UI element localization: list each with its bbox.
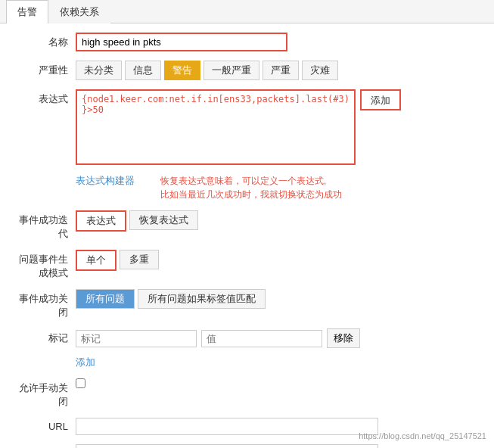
tag-row: 标记 移除 添加 (15, 328, 479, 369)
watermark: https://blog.csdn.net/qq_25147521 (359, 431, 486, 440)
mode-btn-expr[interactable]: 表达式 (76, 210, 126, 232)
desc-textarea[interactable] (76, 444, 378, 448)
tag-label: 标记 (15, 328, 76, 345)
severity-content: 未分类 信息 警告 一般严重 严重 灾难 (76, 61, 479, 80)
tag-add-link[interactable]: 添加 (76, 356, 95, 369)
tooltip-block: 恢复表达式意味着，可以定义一个表达式, 比如当最近几次成功时，我就切换状态为成功 (153, 174, 342, 201)
manual-close-content (76, 378, 479, 388)
tooltip-line2: 比如当最近几次成功时，我就切换状态为成功 (160, 188, 342, 201)
close-content: 所有问题 所有问题如果标签值匹配 (76, 289, 479, 309)
expr-builder-content: 表达式构建器 恢复表达式意味着，可以定义一个表达式, 比如当最近几次成功时，我就… (76, 174, 479, 201)
close-btn-match[interactable]: 所有问题如果标签值匹配 (138, 289, 266, 309)
tab-alert[interactable]: 告警 (6, 0, 48, 23)
severity-btn-info[interactable]: 信息 (125, 61, 161, 80)
severity-btn-warning[interactable]: 警告 (164, 61, 200, 80)
expr-row: 表达式 {node1.keer.com:net.if.in[ens33,pack… (15, 89, 479, 165)
tag-content: 移除 添加 (76, 328, 479, 369)
manual-close-row: 允许手动关闭 (15, 378, 479, 409)
expr-builder-spacer (15, 174, 76, 177)
problem-mode-row: 问题事件生成模式 单个 多重 (15, 250, 479, 280)
desc-label: 描述 (15, 444, 76, 448)
tag-value-input[interactable] (201, 330, 322, 347)
tab-bar: 告警 依赖关系 (0, 0, 494, 23)
remove-tag-button[interactable]: 移除 (327, 328, 360, 348)
success-mode-label: 事件成功迭代 (15, 210, 76, 241)
name-label: 名称 (15, 33, 76, 49)
expr-container: {node1.keer.com:net.if.in[ens33,packets]… (76, 89, 401, 165)
url-label: URL (15, 418, 76, 432)
success-mode-content: 表达式 恢复表达式 (76, 210, 479, 232)
severity-btn-average[interactable]: 一般严重 (204, 61, 259, 80)
desc-content (76, 444, 479, 448)
severity-label: 严重性 (15, 61, 76, 77)
expr-label: 表达式 (15, 89, 76, 106)
name-row: 名称 (15, 33, 479, 51)
close-btn-all[interactable]: 所有问题 (76, 289, 135, 309)
success-mode-row: 事件成功迭代 表达式 恢复表达式 (15, 210, 479, 241)
severity-btn-unclassified[interactable]: 未分类 (76, 61, 122, 80)
severity-btn-disaster[interactable]: 灾难 (302, 61, 338, 80)
tab-dependency[interactable]: 依赖关系 (48, 0, 110, 23)
name-content (76, 33, 479, 51)
url-input[interactable] (76, 418, 378, 435)
expr-builder-link[interactable]: 表达式构建器 (76, 174, 135, 188)
problem-mode-btn-multiple[interactable]: 多重 (120, 250, 159, 269)
manual-close-label: 允许手动关闭 (15, 378, 76, 409)
expr-builder-row: 表达式构建器 恢复表达式意味着，可以定义一个表达式, 比如当最近几次成功时，我就… (15, 174, 479, 201)
tooltip-line1: 恢复表达式意味着，可以定义一个表达式, (160, 174, 342, 188)
severity-btn-high[interactable]: 严重 (263, 61, 299, 80)
close-row: 事件成功关闭 所有问题 所有问题如果标签值匹配 (15, 289, 479, 319)
tag-input-row: 移除 (76, 328, 360, 348)
name-input[interactable] (76, 33, 287, 51)
expr-textarea[interactable]: {node1.keer.com:net.if.in[ens33,packets]… (76, 89, 356, 165)
problem-mode-label: 问题事件生成模式 (15, 250, 76, 280)
expr-content: {node1.keer.com:net.if.in[ens33,packets]… (76, 89, 479, 165)
close-label: 事件成功关闭 (15, 289, 76, 319)
problem-mode-content: 单个 多重 (76, 250, 479, 271)
tag-name-input[interactable] (76, 330, 197, 347)
manual-close-checkbox[interactable] (76, 378, 85, 388)
severity-row: 严重性 未分类 信息 警告 一般严重 严重 灾难 (15, 61, 479, 80)
desc-row: 描述 (15, 444, 479, 448)
mode-btn-recovery[interactable]: 恢复表达式 (129, 210, 198, 230)
add-button[interactable]: 添加 (360, 89, 401, 110)
form-container: 名称 严重性 未分类 信息 警告 一般严重 严重 灾难 表达式 {node1.k… (0, 23, 494, 448)
problem-mode-btn-single[interactable]: 单个 (76, 250, 117, 271)
